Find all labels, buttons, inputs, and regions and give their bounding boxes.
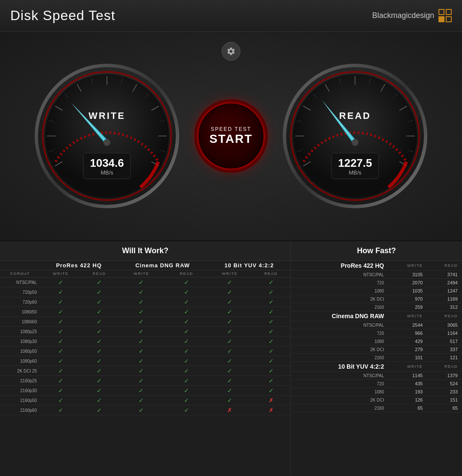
hf-data-row: 7209661164: [291, 329, 462, 337]
check-cell: ✓: [117, 396, 165, 405]
hf-data-row: 108010351247: [291, 287, 462, 295]
check-mark: ✓: [58, 318, 63, 325]
settings-button[interactable]: [222, 42, 240, 61]
check-cell: ✓: [252, 386, 290, 396]
hf-write-val: 193: [388, 388, 427, 396]
data-section: Will It Work? ProRes 422 HQ Cinema DNG R…: [0, 241, 462, 476]
check-mark: ✓: [58, 397, 63, 404]
check-mark: ✓: [58, 328, 63, 335]
hf-read-header: READ: [427, 362, 462, 372]
hf-row-label: 2160: [291, 354, 388, 362]
center-controls: SPEED TEST START: [188, 102, 274, 170]
hf-read-val: 3741: [427, 271, 462, 279]
check-mark: ✓: [58, 289, 63, 296]
check-mark: ✓: [227, 377, 232, 384]
svg-text:MB/s: MB/s: [349, 169, 361, 176]
gauges-section: WRITE 1034.6 MB/s: [0, 32, 462, 241]
check-cell: ✓: [208, 317, 252, 327]
check-mark: ✓: [184, 358, 189, 364]
hf-write-val: 3105: [388, 271, 427, 279]
hf-read-header: READ: [427, 261, 462, 271]
check-cell: ✓: [165, 327, 207, 337]
check-cell: ✓: [40, 337, 81, 346]
check-cell: ✓: [40, 376, 81, 386]
check-mark: ✓: [227, 318, 232, 325]
hf-group-header-row: 10 Bit YUV 4:2:2WRITEREAD: [291, 362, 462, 372]
check-mark: ✓: [184, 367, 189, 374]
check-cell: ✓: [117, 346, 165, 356]
check-cell: ✓: [252, 297, 290, 307]
table-row: 720p50✓✓✓✓✓✓: [0, 287, 290, 297]
check-mark: ✓: [58, 279, 63, 286]
hf-write-val: 970: [388, 295, 427, 303]
check-mark: ✓: [184, 338, 189, 345]
hf-group-header-row: Cinema DNG RAWWRITEREAD: [291, 311, 462, 321]
format-label: 2K DCI 25: [0, 366, 40, 376]
hf-group-name: 10 Bit YUV 4:2:2: [291, 362, 388, 372]
hf-row-label: 720: [291, 329, 388, 337]
hf-write-val: 966: [388, 329, 427, 337]
svg-text:1034.6: 1034.6: [90, 157, 124, 169]
format-label: 1080p25: [0, 327, 40, 337]
hf-row-label: 2160: [291, 404, 388, 412]
check-mark: ✓: [97, 407, 102, 414]
start-label-line2: START: [209, 132, 252, 146]
hf-row-label: 1080: [291, 287, 388, 295]
hf-data-row: 72020702494: [291, 279, 462, 287]
table-row: 1080i50✓✓✓✓✓✓: [0, 307, 290, 317]
check-mark: ✓: [269, 289, 274, 296]
table-row: 1080p30✓✓✓✓✓✓: [0, 337, 290, 346]
check-cell: ✓: [40, 327, 81, 337]
hf-write-val: 1035: [388, 287, 427, 295]
check-cell: ✓: [81, 287, 118, 297]
check-cell: ✓: [117, 356, 165, 366]
wiw-cd-write: WRITE: [117, 270, 165, 278]
svg-text:1227.5: 1227.5: [338, 157, 372, 169]
check-mark: ✓: [269, 377, 274, 384]
check-cell: ✓: [252, 307, 290, 317]
check-mark: ✓: [184, 328, 189, 335]
check-mark: ✓: [58, 358, 63, 364]
check-mark: ✓: [227, 397, 232, 404]
hf-row-label: 720: [291, 279, 388, 287]
check-cell: ✓: [208, 297, 252, 307]
check-cell: ✓: [117, 327, 165, 337]
bmd-sq-3: [438, 16, 444, 22]
table-row: 2160p50✓✓✓✓✓✗: [0, 396, 290, 405]
check-cell: ✓: [40, 405, 81, 415]
check-mark: ✓: [97, 299, 102, 305]
check-mark: ✓: [227, 289, 232, 296]
check-mark: ✓: [139, 279, 144, 286]
table-row: 1080p60✓✓✓✓✓✓: [0, 356, 290, 366]
format-label: 2160p30: [0, 386, 40, 396]
read-gauge-svg: READ 1227.5 MB/s: [282, 63, 428, 209]
wiw-cd-read: READ: [165, 270, 207, 278]
hf-group-name: ProRes 422 HQ: [291, 261, 388, 271]
check-mark: ✓: [227, 358, 232, 364]
start-button[interactable]: SPEED TEST START: [197, 102, 265, 170]
check-mark: ✓: [184, 318, 189, 325]
check-mark: ✓: [184, 308, 189, 315]
wiw-table-body: NTSC/PAL✓✓✓✓✓✓720p50✓✓✓✓✓✓720p60✓✓✓✓✓✓10…: [0, 278, 290, 415]
check-mark: ✓: [97, 377, 102, 384]
check-cell: ✓: [117, 405, 165, 415]
check-cell: ✓: [40, 346, 81, 356]
hf-read-val: 1169: [427, 295, 462, 303]
wiw-format-col-header: [0, 261, 40, 270]
how-fast-title: How Fast?: [291, 241, 462, 261]
check-mark: ✓: [184, 407, 189, 414]
check-mark: ✓: [97, 348, 102, 355]
check-cell: ✓: [81, 396, 118, 405]
check-cell: ✗: [252, 396, 290, 405]
hf-write-val: 279: [388, 346, 427, 354]
check-cell: ✓: [40, 386, 81, 396]
check-cell: ✓: [252, 366, 290, 376]
hf-row-label: NTSC/PAL: [291, 372, 388, 380]
check-cell: ✓: [165, 366, 207, 376]
hf-read-val: 1379: [427, 372, 462, 380]
hf-write-val: 435: [388, 380, 427, 388]
check-cell: ✓: [208, 386, 252, 396]
hf-read-val: 65: [427, 404, 462, 412]
check-mark: ✓: [58, 338, 63, 345]
hf-read-val: 312: [427, 303, 462, 311]
